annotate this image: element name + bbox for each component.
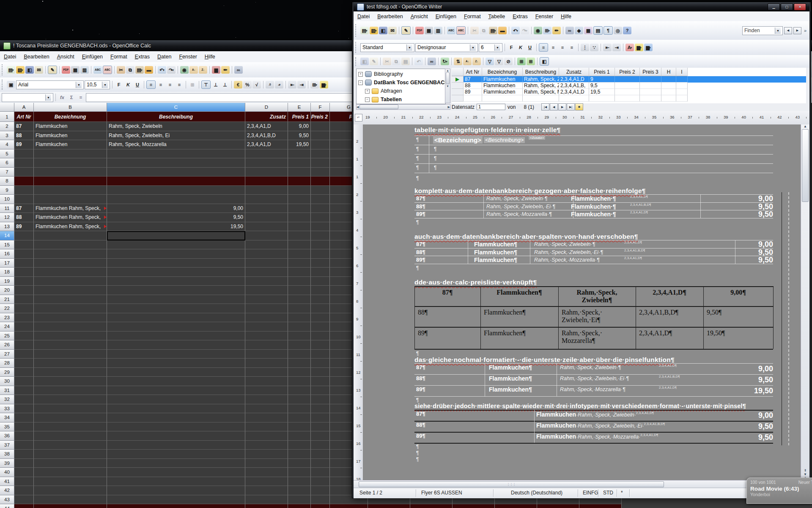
toolbar-grip[interactable] (2, 80, 5, 90)
calc-menu-format[interactable]: Format (107, 53, 131, 61)
grid-cell[interactable]: 89 (464, 89, 482, 95)
chevron-down-icon[interactable]: ▾ (631, 46, 632, 49)
cell-C7[interactable] (107, 168, 245, 177)
grid-cell[interactable] (640, 83, 661, 89)
cell-D12[interactable] (245, 213, 288, 222)
cell-B14[interactable] (34, 231, 107, 240)
cell-F42[interactable] (311, 486, 330, 495)
cell-E15[interactable] (288, 240, 311, 250)
cell-E14[interactable] (288, 231, 311, 240)
row-header-27[interactable]: 27 (0, 350, 14, 359)
format-paintbrush-icon[interactable]: ▬ (145, 66, 153, 74)
cell-C9[interactable] (107, 186, 245, 195)
datasource-tree-vscrollbar[interactable]: ▲▼ (445, 69, 450, 103)
cell-B27[interactable] (34, 350, 107, 359)
cell-K44[interactable] (495, 504, 537, 508)
grid-column-preis3[interactable]: Preis 3 (640, 68, 661, 76)
row-header-39[interactable]: 39 (0, 459, 14, 468)
cell-A19[interactable] (14, 277, 34, 286)
cell-C38[interactable] (107, 450, 245, 459)
highlight-icon[interactable]: ▆▾ (635, 44, 643, 51)
sort-icon[interactable]: ⇅ (454, 58, 462, 65)
sum-icon[interactable]: Σ (67, 94, 76, 101)
chevron-down-icon[interactable]: ▾ (516, 29, 518, 32)
undo-icon[interactable]: ↶▾ (158, 66, 166, 74)
grid-cell[interactable]: Flammkuchen (482, 76, 523, 83)
previous-record-button[interactable]: ◀ (550, 103, 558, 110)
cell-D37[interactable] (245, 441, 288, 450)
italic-icon[interactable]: K (516, 44, 525, 51)
font-color-icon[interactable]: A▾ (625, 44, 634, 51)
cell-E32[interactable] (288, 395, 311, 404)
cell-A14[interactable] (14, 231, 34, 240)
cell-D21[interactable] (245, 295, 288, 304)
grid-column-i[interactable]: I (676, 68, 688, 76)
cell-H44[interactable] (368, 504, 410, 508)
cell-B8[interactable] (34, 177, 107, 186)
cell-B19[interactable] (34, 277, 107, 286)
column-header-C[interactable]: C (107, 103, 245, 112)
percent-icon[interactable]: % (243, 81, 252, 88)
new-document-icon[interactable]: ▤▾ (7, 66, 15, 74)
last-record-button[interactable]: ▶| (567, 103, 575, 110)
status-language[interactable]: Deutsch (Deutschland) (511, 490, 562, 496)
grid-column-artnr[interactable]: Art Nr (464, 68, 482, 76)
cell-B5[interactable] (34, 149, 107, 159)
cell-A7[interactable] (14, 168, 34, 177)
cell-A31[interactable] (14, 386, 34, 395)
save-record-icon[interactable]: ◧ (360, 58, 369, 65)
chevron-down-icon[interactable]: ▾ (548, 29, 550, 32)
cell-C4[interactable]: Rahm, Speck, Mozzarella (107, 140, 245, 149)
sort-descending-icon[interactable]: Z↓ (472, 58, 481, 65)
cell-B4[interactable]: Flammkuchen (34, 140, 107, 149)
close-button[interactable]: ✕ (794, 3, 806, 11)
open-icon[interactable]: ▨▾ (16, 66, 25, 74)
data-sources-icon[interactable]: ▤ (593, 26, 603, 35)
writer-menu-tabelle[interactable]: Tabelle (485, 13, 509, 20)
cell-B43[interactable] (34, 495, 107, 505)
cell-C42[interactable] (107, 486, 245, 495)
cell-A34[interactable] (14, 413, 34, 422)
cell-F21[interactable] (311, 295, 330, 304)
chevron-down-icon[interactable]: ▾ (172, 69, 174, 72)
cell-B34[interactable] (34, 413, 107, 422)
row-header-2[interactable]: 2 (0, 122, 14, 131)
cell-F19[interactable] (311, 277, 330, 286)
cell-E41[interactable] (288, 477, 311, 486)
cell-A27[interactable] (14, 350, 34, 359)
cell-B41[interactable] (34, 477, 107, 486)
grid-column-bezeichnung[interactable]: Bezeichnung (482, 68, 523, 76)
datasource-tree-hscrollbar[interactable]: ◀▶ (356, 104, 450, 110)
row-header-25[interactable]: 25 (0, 331, 14, 341)
row-header-42[interactable]: 42 (0, 486, 14, 495)
cell-A8[interactable] (14, 177, 34, 186)
equals-icon[interactable]: = (77, 94, 85, 101)
grid-cell[interactable] (615, 83, 640, 89)
calc-menu-daten[interactable]: Daten (154, 53, 175, 61)
font-size-select[interactable]: 6 ▼ (479, 43, 502, 52)
cell-E9[interactable] (288, 186, 311, 195)
cell-F29[interactable] (311, 368, 330, 377)
align-right-icon[interactable]: ≡ (558, 44, 567, 51)
cell-B40[interactable] (34, 468, 107, 477)
cell-D20[interactable] (245, 286, 288, 295)
grid-cell[interactable]: 2,3,4,A1,B, (559, 83, 589, 89)
autospellcheck-icon[interactable]: ABC (103, 66, 112, 74)
cell-D44[interactable] (245, 504, 288, 508)
cell-C10[interactable] (107, 195, 245, 204)
cell-A35[interactable] (14, 422, 34, 432)
cell-D23[interactable] (245, 313, 288, 323)
cell-C2[interactable]: Rahm, Speck, Zwiebeln (107, 122, 245, 131)
cell-F12[interactable] (311, 213, 330, 222)
cut-icon[interactable]: ✂ (383, 58, 391, 65)
grid-cell[interactable]: Flammkuchen (482, 89, 523, 95)
cell-E44[interactable] (288, 504, 311, 508)
draw-functions-icon[interactable]: ✏ (552, 27, 561, 34)
cell-A20[interactable] (14, 286, 34, 295)
italic-icon[interactable]: K (124, 81, 132, 88)
cell-E38[interactable] (288, 450, 311, 459)
column-header-B[interactable]: B (34, 103, 107, 112)
row-header-40[interactable]: 40 (0, 468, 14, 477)
calc-menu-ansicht[interactable]: Ansicht (53, 53, 78, 61)
row-header-3[interactable]: 3 (0, 131, 14, 141)
